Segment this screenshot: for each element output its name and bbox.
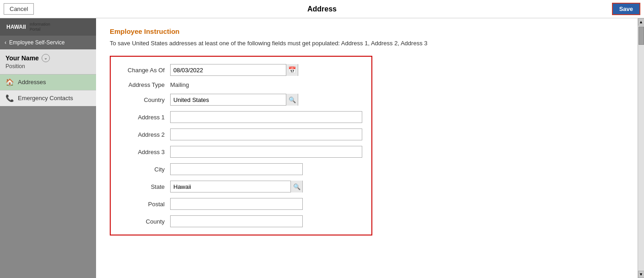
country-row: Country 🔍 — [120, 94, 362, 106]
change-as-of-row: Change As Of 📅 — [120, 64, 362, 76]
postal-row: Postal — [120, 198, 362, 210]
self-service-label: Employee Self-Service — [9, 39, 64, 46]
scroll-up-button[interactable]: ▲ — [638, 18, 644, 26]
user-info-section: Your Name ⌄ Position — [0, 49, 96, 75]
main-layout: HAWAII InformationPortal ‹ Employee Self… — [0, 18, 644, 278]
county-row: County — [120, 215, 362, 227]
address-form: Change As Of 📅 Address Type Mailing Coun… — [110, 56, 372, 235]
user-dropdown-button[interactable]: ⌄ — [42, 54, 50, 62]
address2-input[interactable] — [170, 128, 362, 140]
user-position-text: Position — [5, 63, 91, 70]
country-search-icon[interactable]: 🔍 — [286, 94, 298, 106]
save-button[interactable]: Save — [612, 3, 640, 15]
user-name-text: Your Name — [5, 54, 39, 62]
addresses-label: Addresses — [18, 79, 46, 86]
city-input[interactable] — [170, 163, 303, 175]
city-label: City — [120, 166, 170, 173]
address1-row: Address 1 — [120, 111, 362, 123]
country-label: Country — [120, 96, 170, 103]
state-row: State 🔍 — [120, 181, 362, 192]
user-name-row: Your Name ⌄ — [5, 54, 91, 62]
section-title: Employee Instruction — [110, 27, 624, 35]
address3-label: Address 3 — [120, 149, 170, 155]
back-nav[interactable]: HAWAII InformationPortal — [0, 18, 96, 36]
change-as-of-input-wrap: 📅 — [170, 64, 298, 76]
address-type-row: Address Type Mailing — [120, 81, 362, 88]
calendar-icon[interactable]: 📅 — [286, 64, 298, 76]
page-title: Address — [307, 5, 337, 13]
logo-subtext: InformationPortal — [30, 22, 50, 32]
sidebar-item-emergency-contacts[interactable]: 📞 Emergency Contacts — [0, 91, 96, 106]
sidebar-item-addresses[interactable]: 🏠 Addresses — [0, 75, 96, 91]
hawaii-logo: HAWAII InformationPortal — [5, 22, 50, 32]
address-type-value: Mailing — [170, 81, 189, 88]
address3-input[interactable] — [170, 146, 362, 158]
postal-label: Postal — [120, 201, 170, 208]
employee-self-service-nav[interactable]: ‹ Employee Self-Service — [0, 36, 96, 49]
address3-row: Address 3 — [120, 146, 362, 158]
county-label: County — [120, 218, 170, 225]
back-arrow-icon: ‹ — [5, 39, 6, 46]
scrollbar: ▲ ▼ — [638, 18, 644, 278]
state-input-wrap: 🔍 — [170, 181, 303, 192]
scroll-thumb[interactable] — [639, 27, 644, 45]
address-type-label: Address Type — [120, 81, 170, 88]
address2-label: Address 2 — [120, 131, 170, 138]
sidebar: HAWAII InformationPortal ‹ Employee Self… — [0, 18, 96, 278]
country-input-wrap: 🔍 — [170, 94, 298, 106]
change-as-of-label: Change As Of — [120, 67, 170, 74]
scroll-down-button[interactable]: ▼ — [638, 271, 644, 278]
emergency-contacts-label: Emergency Contacts — [18, 95, 73, 102]
country-input[interactable] — [171, 94, 286, 105]
cancel-button[interactable]: Cancel — [4, 3, 34, 15]
state-label: State — [120, 183, 170, 190]
instruction-text: To save United States addresses at least… — [110, 40, 624, 47]
county-input[interactable] — [170, 215, 303, 227]
address1-label: Address 1 — [120, 114, 170, 121]
addresses-icon: 🏠 — [5, 78, 14, 86]
state-search-icon[interactable]: 🔍 — [290, 181, 302, 192]
state-input[interactable] — [171, 181, 290, 192]
postal-input[interactable] — [170, 198, 303, 210]
address2-row: Address 2 — [120, 128, 362, 140]
top-bar: Cancel Address Save — [0, 0, 644, 18]
emergency-contacts-icon: 📞 — [5, 94, 14, 102]
city-row: City — [120, 163, 362, 175]
change-as-of-input[interactable] — [171, 64, 286, 75]
content-area: Employee Instruction To save United Stat… — [96, 18, 638, 278]
logo-box: HAWAII — [5, 23, 28, 31]
address1-input[interactable] — [170, 111, 362, 123]
